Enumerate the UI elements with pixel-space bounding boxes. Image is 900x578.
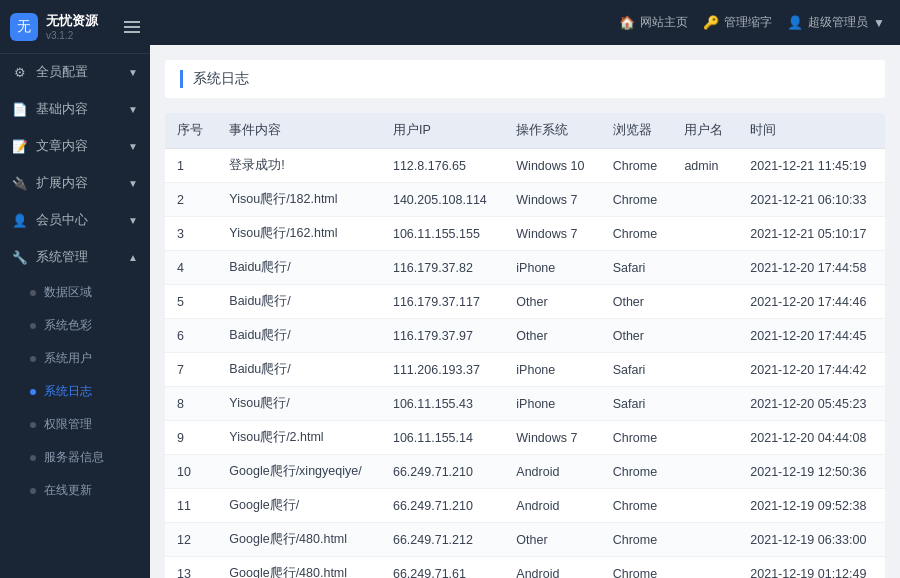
cell-user: [672, 421, 738, 455]
table-row: 6Baidu爬行/116.179.37.97OtherOther2021-12-…: [165, 319, 885, 353]
cell-time: 2021-12-19 06:33:00: [738, 523, 885, 557]
col-ip: 用户IP: [381, 113, 504, 149]
cell-time: 2021-12-20 17:44:58: [738, 251, 885, 285]
sub-menu-label: 权限管理: [44, 416, 92, 433]
col-time: 时间: [738, 113, 885, 149]
sidebar-item-kuozhan[interactable]: 🔌 扩展内容 ▼: [0, 165, 150, 202]
cell-os: Windows 7: [504, 217, 600, 251]
sidebar-item-label: 系统管理: [36, 249, 88, 266]
admin-icon: 👤: [787, 15, 803, 30]
sidebar-item-xitongse[interactable]: 系统色彩: [0, 309, 150, 342]
sidebar-item-xitonguser[interactable]: 系统用户: [0, 342, 150, 375]
table-row: 2Yisou爬行/182.html140.205.108.114Windows …: [165, 183, 885, 217]
cell-id: 6: [165, 319, 217, 353]
cell-event: Yisou爬行/: [217, 387, 381, 421]
table-row: 13Google爬行/480.html66.249.71.61AndroidCh…: [165, 557, 885, 579]
log-table: 序号 事件内容 用户IP 操作系统 浏览器 用户名 时间 1登录成功!112.8…: [165, 113, 885, 578]
cell-user: admin: [672, 149, 738, 183]
table-row: 1登录成功!112.8.176.65Windows 10Chromeadmin2…: [165, 149, 885, 183]
cell-browser: Other: [601, 285, 673, 319]
cell-event: Google爬行/480.html: [217, 523, 381, 557]
dot-icon: [30, 389, 36, 395]
logo-icon: 无: [10, 13, 38, 41]
cell-id: 12: [165, 523, 217, 557]
cell-ip: 140.205.108.114: [381, 183, 504, 217]
cell-event: Google爬行/480.html: [217, 557, 381, 579]
cell-time: 2021-12-19 09:52:38: [738, 489, 885, 523]
cell-user: [672, 489, 738, 523]
cell-os: Other: [504, 285, 600, 319]
table-row: 5Baidu爬行/116.179.37.117OtherOther2021-12…: [165, 285, 885, 319]
cell-id: 1: [165, 149, 217, 183]
cell-event: Baidu爬行/: [217, 353, 381, 387]
sidebar-item-huiyuan[interactable]: 👤 会员中心 ▼: [0, 202, 150, 239]
cell-browser: Chrome: [601, 557, 673, 579]
cell-id: 2: [165, 183, 217, 217]
sidebar-item-shuju[interactable]: 数据区域: [0, 276, 150, 309]
sidebar-item-label: 扩展内容: [36, 175, 88, 192]
chevron-icon: ▼: [128, 141, 138, 152]
cell-ip: 66.249.71.212: [381, 523, 504, 557]
cell-time: 2021-12-20 04:44:08: [738, 421, 885, 455]
cell-os: Windows 10: [504, 149, 600, 183]
sidebar-item-xitong[interactable]: 🔧 系统管理 ▲: [0, 239, 150, 276]
sidebar-item-quanxian[interactable]: 权限管理: [0, 408, 150, 441]
wenzhang-icon: 📝: [12, 139, 28, 155]
cell-time: 2021-12-20 17:44:42: [738, 353, 885, 387]
col-id: 序号: [165, 113, 217, 149]
cell-browser: Chrome: [601, 217, 673, 251]
cell-user: [672, 285, 738, 319]
sidebar-item-quanpin[interactable]: ⚙ 全员配置 ▼: [0, 54, 150, 91]
cell-browser: Chrome: [601, 183, 673, 217]
sub-menu-label: 服务器信息: [44, 449, 104, 466]
log-table-wrapper: 序号 事件内容 用户IP 操作系统 浏览器 用户名 时间 1登录成功!112.8…: [165, 113, 885, 578]
sidebar-item-jichu[interactable]: 📄 基础内容 ▼: [0, 91, 150, 128]
hamburger-icon[interactable]: [124, 18, 140, 36]
cell-id: 5: [165, 285, 217, 319]
cell-id: 7: [165, 353, 217, 387]
chevron-down-icon: ▼: [873, 16, 885, 30]
dot-icon: [30, 323, 36, 329]
cell-user: [672, 217, 738, 251]
cell-browser: Other: [601, 319, 673, 353]
cell-event: Google爬行/: [217, 489, 381, 523]
sidebar-item-fuwuqi[interactable]: 服务器信息: [0, 441, 150, 474]
logo-version: v3.1.2: [46, 30, 98, 41]
cell-os: iPhone: [504, 353, 600, 387]
table-row: 7Baidu爬行/111.206.193.37iPhoneSafari2021-…: [165, 353, 885, 387]
cell-time: 2021-12-21 11:45:19: [738, 149, 885, 183]
cell-id: 8: [165, 387, 217, 421]
admin-label: 超级管理员: [808, 14, 868, 31]
dot-icon: [30, 422, 36, 428]
admin-btn[interactable]: 👤 超级管理员 ▼: [787, 14, 885, 31]
cell-user: [672, 557, 738, 579]
cell-os: Other: [504, 523, 600, 557]
website-home-btn[interactable]: 🏠 网站主页: [619, 14, 688, 31]
table-row: 3Yisou爬行/162.html106.11.155.155Windows 7…: [165, 217, 885, 251]
chevron-icon: ▼: [128, 104, 138, 115]
sidebar-item-wenzhang[interactable]: 📝 文章内容 ▼: [0, 128, 150, 165]
cell-event: Baidu爬行/: [217, 319, 381, 353]
sidebar-item-xitonglog[interactable]: 系统日志: [0, 375, 150, 408]
table-row: 11Google爬行/66.249.71.210AndroidChrome202…: [165, 489, 885, 523]
cell-ip: 116.179.37.117: [381, 285, 504, 319]
cell-time: 2021-12-21 06:10:33: [738, 183, 885, 217]
chevron-icon: ▼: [128, 178, 138, 189]
sidebar-item-label: 会员中心: [36, 212, 88, 229]
cell-ip: 116.179.37.82: [381, 251, 504, 285]
table-row: 9Yisou爬行/2.html106.11.155.14Windows 7Chr…: [165, 421, 885, 455]
cell-user: [672, 523, 738, 557]
table-row: 8Yisou爬行/106.11.155.43iPhoneSafari2021-1…: [165, 387, 885, 421]
manage-btn[interactable]: 🔑 管理缩字: [703, 14, 772, 31]
cell-event: Yisou爬行/182.html: [217, 183, 381, 217]
cell-ip: 106.11.155.155: [381, 217, 504, 251]
manage-label: 管理缩字: [724, 14, 772, 31]
cell-browser: Chrome: [601, 523, 673, 557]
cell-ip: 66.249.71.210: [381, 489, 504, 523]
sidebar-item-gengxin[interactable]: 在线更新: [0, 474, 150, 507]
cell-time: 2021-12-21 05:10:17: [738, 217, 885, 251]
cell-os: iPhone: [504, 387, 600, 421]
cell-time: 2021-12-20 17:44:45: [738, 319, 885, 353]
sub-menu-label: 在线更新: [44, 482, 92, 499]
cell-ip: 66.249.71.210: [381, 455, 504, 489]
